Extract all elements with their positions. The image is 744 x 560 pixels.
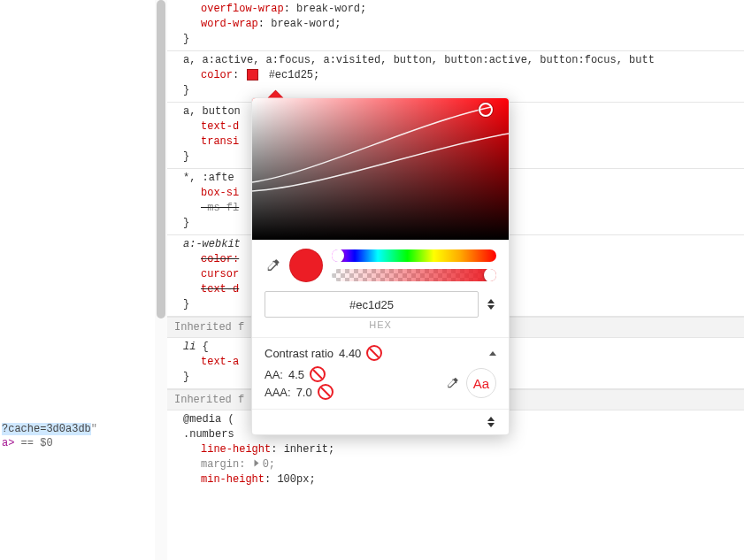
hue-handle[interactable] bbox=[332, 249, 344, 262]
rule-1[interactable]: a, a:active, a:focus, a:visited, button,… bbox=[167, 51, 744, 103]
format-stepper[interactable] bbox=[487, 299, 496, 310]
sv-cursor[interactable] bbox=[479, 103, 493, 117]
alpha-handle[interactable] bbox=[484, 269, 496, 281]
hex-input[interactable] bbox=[265, 291, 479, 318]
dom-snippet: ?cache=3d0a3db" a> == $0 bbox=[0, 422, 155, 450]
scrollbar-track[interactable] bbox=[155, 0, 167, 560]
noentry-icon bbox=[318, 384, 334, 400]
big-swatch bbox=[289, 249, 323, 282]
alpha-slider[interactable] bbox=[332, 269, 496, 281]
bg-eyedropper-icon[interactable] bbox=[445, 376, 459, 390]
eq-dollar0: == $0 bbox=[14, 437, 52, 449]
expand-shorthand-icon[interactable] bbox=[254, 460, 258, 467]
contrast-value: 4.40 bbox=[339, 347, 361, 360]
color-swatch[interactable] bbox=[247, 69, 258, 81]
attr-highlight[interactable]: ?cache=3d0a3db bbox=[2, 423, 91, 435]
sv-plane[interactable] bbox=[252, 98, 509, 240]
color-picker-popover: HEX Contrast ratio 4.40 AA: 4.5 AAA: 7.0 bbox=[251, 97, 510, 435]
bg-color-button[interactable]: Aa bbox=[466, 368, 496, 398]
palette-stepper[interactable] bbox=[487, 417, 496, 427]
elements-panel: ?cache=3d0a3db" a> == $0 bbox=[0, 0, 156, 560]
hue-slider[interactable] bbox=[332, 249, 496, 262]
contrast-expand[interactable] bbox=[489, 351, 496, 356]
rule-0[interactable]: overflow-wrap: break-word; word-wrap: br… bbox=[167, 0, 744, 51]
hex-label: HEX bbox=[252, 319, 509, 337]
contrast-label: Contrast ratio bbox=[265, 347, 334, 360]
noentry-icon bbox=[310, 366, 326, 382]
scrollbar-thumb[interactable] bbox=[157, 0, 165, 318]
noentry-icon bbox=[366, 345, 382, 361]
eyedropper-icon[interactable] bbox=[265, 257, 280, 273]
